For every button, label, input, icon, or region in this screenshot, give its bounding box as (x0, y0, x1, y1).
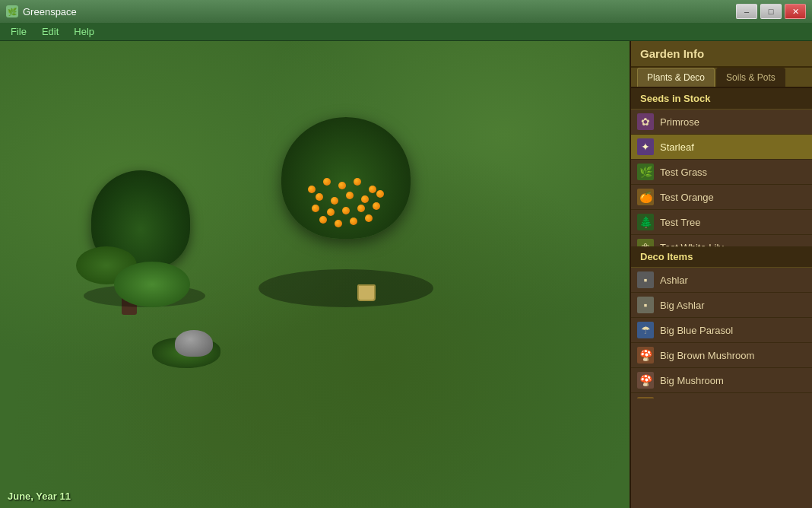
fruit (365, 214, 373, 222)
seed-item[interactable]: ❀ Test White Lily (631, 235, 812, 246)
panel-sections: Seeds in Stock ✿ Primrose ✦ Starleaf 🌿 T… (631, 88, 812, 508)
seeds-list[interactable]: ✿ Primrose ✦ Starleaf 🌿 Test Grass 🍊 Tes… (631, 110, 812, 246)
menu-file[interactable]: File (3, 24, 34, 39)
deco-label: Big Brown Mushroom (660, 350, 754, 361)
seed-icon: 🌿 (637, 164, 654, 180)
seed-label: Test Tree (660, 217, 700, 228)
shrub-2 (114, 262, 190, 307)
seed-label: Starleaf (660, 141, 694, 153)
deco-icon: ☂ (637, 322, 654, 338)
seed-item[interactable]: 🌲 Test Tree (631, 210, 812, 235)
deco-icon: ☂ (637, 397, 654, 398)
seed-label: Primrose (660, 116, 699, 128)
panel-title: Garden Info (640, 47, 803, 60)
deco-header: Deco Items (631, 246, 812, 268)
main-layout: June, Year 11 Garden Info Plants & Deco … (0, 41, 812, 508)
fruit (327, 208, 335, 216)
seeds-section: Seeds in Stock ✿ Primrose ✦ Starleaf 🌿 T… (631, 88, 812, 246)
tree-shadow-center (259, 269, 433, 307)
fruit (342, 207, 350, 214)
panel-header: Garden Info (631, 41, 812, 68)
deco-label: Ashlar (660, 275, 688, 286)
fruit (312, 205, 319, 212)
title-bar: 🌿 Greenspace – □ ✕ (0, 0, 812, 23)
bucket (357, 284, 376, 301)
seeds-header: Seeds in Stock (631, 88, 812, 110)
rock (175, 330, 213, 357)
window-controls: – □ ✕ (736, 4, 806, 19)
fruit (323, 178, 331, 186)
fruit (373, 202, 380, 210)
deco-item[interactable]: ▪ Big Ashlar (631, 293, 812, 318)
deco-item[interactable]: 🍄 Big Mushroom (631, 368, 812, 393)
fruit (350, 217, 357, 225)
plant-group-left (76, 170, 213, 322)
fruit (357, 205, 365, 212)
deco-section: Deco Items ▪ Ashlar ▪ Big Ashlar ☂ Big B… (631, 246, 812, 398)
close-button[interactable]: ✕ (785, 4, 806, 19)
fruit (376, 190, 384, 198)
app-icon: 🌿 (6, 5, 18, 17)
tab-plants-deco[interactable]: Plants & Deco (637, 68, 715, 87)
seed-item[interactable]: 🍊 Test Orange (631, 185, 812, 210)
minimize-button[interactable]: – (736, 4, 757, 19)
deco-label: Big Ashlar (660, 300, 705, 311)
game-viewport[interactable]: June, Year 11 (0, 41, 630, 508)
deco-item[interactable]: ☂ Big Red Parasol (631, 393, 812, 398)
menu-help[interactable]: Help (66, 24, 102, 39)
orange-fruits (281, 117, 411, 239)
fruit (308, 186, 316, 193)
fruit (346, 192, 354, 199)
tab-soils-pots[interactable]: Soils & Pots (716, 68, 785, 87)
seed-icon: ❀ (637, 239, 654, 246)
maximize-button[interactable]: □ (760, 4, 782, 19)
deco-icon: 🍄 (637, 372, 654, 389)
fruit (361, 195, 369, 203)
fruit (319, 216, 327, 224)
fruit (335, 220, 342, 227)
seed-item[interactable]: 🌿 Test Grass (631, 160, 812, 185)
right-panel: Garden Info Plants & Deco Soils & Pots S… (630, 41, 812, 508)
fruit (369, 186, 376, 193)
seed-icon: 🌲 (637, 214, 654, 230)
window-title: Greenspace (23, 6, 736, 17)
fruit (338, 182, 346, 189)
seed-item[interactable]: ✿ Primrose (631, 110, 812, 135)
deco-list[interactable]: ▪ Ashlar ▪ Big Ashlar ☂ Big Blue Parasol… (631, 268, 812, 398)
deco-icon: ▪ (637, 271, 654, 288)
deco-item[interactable]: ▪ Ashlar (631, 268, 812, 293)
fruit (316, 193, 323, 201)
small-plant-group (152, 315, 228, 376)
fruit (354, 178, 361, 186)
deco-icon: 🍄 (637, 347, 654, 364)
deco-label: Big Blue Parasol (660, 325, 733, 336)
date-label: June, Year 11 (8, 491, 71, 502)
seed-icon: ✿ (637, 113, 654, 130)
fruit (331, 197, 338, 205)
seed-label: Test Orange (660, 192, 714, 203)
deco-item[interactable]: 🍄 Big Brown Mushroom (631, 343, 812, 368)
seed-icon: ✦ (637, 138, 654, 155)
plant-group-center (259, 117, 449, 330)
deco-item[interactable]: ☂ Big Blue Parasol (631, 318, 812, 343)
seed-label: Test Grass (660, 167, 707, 178)
seed-icon: 🍊 (637, 189, 654, 205)
tabs-container: Plants & Deco Soils & Pots (631, 68, 812, 88)
deco-icon: ▪ (637, 297, 654, 313)
seed-item[interactable]: ✦ Starleaf (631, 135, 812, 160)
deco-label: Big Mushroom (660, 375, 724, 386)
menu-bar: File Edit Help (0, 23, 812, 41)
menu-edit[interactable]: Edit (34, 24, 66, 39)
